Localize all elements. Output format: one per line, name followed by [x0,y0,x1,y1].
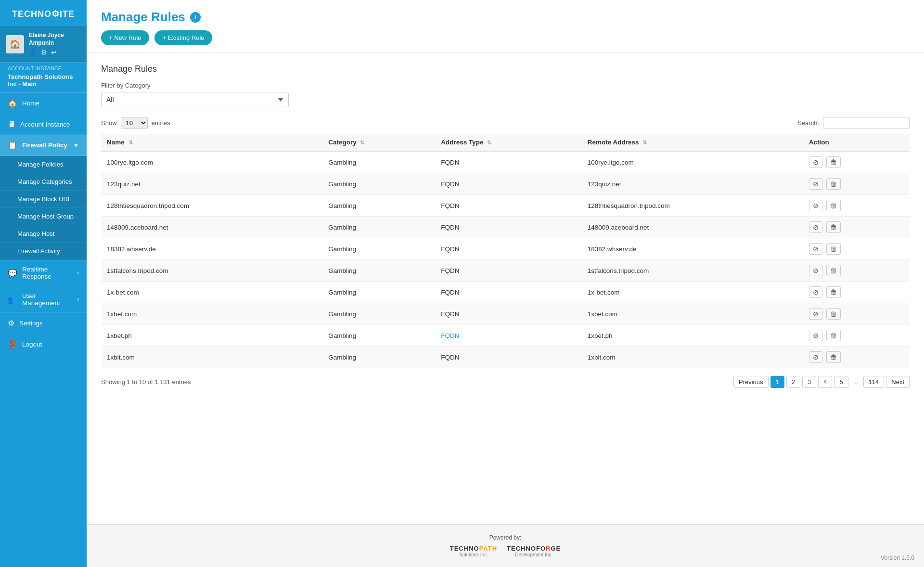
page-btn-2[interactable]: 2 [786,376,800,388]
cell-remote-address: 18382.whserv.de [582,238,803,260]
info-icon[interactable]: i [190,12,201,23]
cell-name: 1stfalcons.tripod.com [101,260,322,282]
sidebar-item-settings-label: Settings [19,320,43,327]
delete-rule-button[interactable]: 🗑 [826,178,841,190]
cell-action: ⊘ 🗑 [803,325,910,347]
delete-rule-button[interactable]: 🗑 [826,351,841,363]
page-btn-1[interactable]: 1 [770,376,784,388]
cell-name: 1xbit.com [101,347,322,368]
prev-button[interactable]: Previous [733,376,769,388]
table-row: 1stfalcons.tripod.com Gambling FQDN 1stf… [101,260,910,282]
sidebar-item-manage-block-url[interactable]: Manage Block URL [0,191,87,208]
sidebar-item-user-management[interactable]: 👥 User Management ‹ [0,286,87,313]
monitor-icon: 🖥 [8,120,15,129]
edit-rule-button[interactable]: ⊘ [809,308,822,320]
cell-action: ⊘ 🗑 [803,303,910,325]
page-btn-3[interactable]: 3 [802,376,816,388]
content-area: Manage Rules Filter by Category All Gamb… [87,52,924,524]
page-btn-114[interactable]: 114 [863,376,885,388]
sidebar-item-manage-host-group[interactable]: Manage Host Group [0,208,87,225]
cell-address-type: FQDN [435,325,581,347]
delete-rule-button[interactable]: 🗑 [826,286,841,298]
page-btn-4[interactable]: 4 [818,376,832,388]
sidebar-item-home-label: Home [22,100,39,107]
home-icon: 🏠 [8,99,17,108]
page-title: Manage Rules i [101,10,910,25]
sidebar-item-realtime-response[interactable]: 💬 Realtime Response ‹ [0,260,87,286]
user-icon[interactable]: 👤 [29,49,37,56]
cell-category: Gambling [322,260,435,282]
sidebar-item-firewall-label: Firewall Policy [22,142,67,149]
table-row: 1xbit.com Gambling FQDN 1xbit.com ⊘ 🗑 [101,347,910,368]
chat-icon: 💬 [8,269,17,278]
page-title-text: Manage Rules [101,10,185,25]
delete-rule-button[interactable]: 🗑 [826,265,841,276]
existing-rule-button[interactable]: + Existing Rule [154,30,212,45]
table-row: 18382.whserv.de Gambling FQDN 18382.whse… [101,238,910,260]
sidebar-item-account-instance[interactable]: 🖥 Account Instance [0,114,87,135]
delete-rule-button[interactable]: 🗑 [826,243,841,255]
sidebar-item-settings[interactable]: ⚙ Settings [0,313,87,334]
sidebar-item-logout[interactable]: 🚪 Logout [0,334,87,355]
cell-action: ⊘ 🗑 [803,238,910,260]
content-title: Manage Rules [101,64,910,74]
cell-remote-address: 128thtiesquadron.tripod.com [582,195,803,217]
sidebar-item-realtime-label: Realtime Response [22,266,72,280]
next-button[interactable]: Next [886,376,910,388]
cell-action: ⊘ 🗑 [803,282,910,303]
edit-rule-button[interactable]: ⊘ [809,265,822,276]
table-row: 1xbet.ph Gambling FQDN 1xbet.ph ⊘ 🗑 [101,325,910,347]
cell-address-type: FQDN [435,195,581,217]
edit-rule-button[interactable]: ⊘ [809,200,822,211]
search-input[interactable] [823,117,910,129]
delete-rule-button[interactable]: 🗑 [826,221,841,233]
edit-rule-button[interactable]: ⊘ [809,178,822,190]
footer-logos: TECHNOPATH Solutions Inc. TECHNOFORGE De… [96,545,914,557]
entries-per-page-select[interactable]: 10 25 50 100 [121,117,148,129]
sidebar-item-firewall-activity[interactable]: Firewall Activity [0,243,87,260]
edit-rule-button[interactable]: ⊘ [809,286,822,298]
delete-rule-button[interactable]: 🗑 [826,200,841,211]
account-instance-label: Account Instance [0,63,87,72]
filter-section: Filter by Category All Gambling Adult So… [101,82,910,107]
cell-name: 100rye.itgo.com [101,151,322,173]
sidebar-item-manage-policies[interactable]: Manage Policies [0,156,87,173]
sidebar-item-users-label: User Management [22,292,72,307]
sidebar-item-manage-host[interactable]: Manage Host [0,225,87,243]
cell-category: Gambling [322,303,435,325]
delete-rule-button[interactable]: 🗑 [826,330,841,341]
page-btn-5[interactable]: 5 [834,376,848,388]
cell-remote-address: 100rye.itgo.com [582,151,803,173]
cell-action: ⊘ 🗑 [803,260,910,282]
cell-action: ⊘ 🗑 [803,195,910,217]
delete-rule-button[interactable]: 🗑 [826,308,841,320]
technoforge-logo-text: TECHNOFORGE [507,545,561,552]
sidebar-item-manage-categories[interactable]: Manage Categories [0,173,87,191]
table-controls: Show 10 25 50 100 entries Search: [101,117,910,129]
action-buttons: + New Rule + Existing Rule [101,30,910,45]
category-filter-select[interactable]: All Gambling Adult Social Media Streamin… [101,92,289,107]
col-category: Category ⇅ [322,134,435,151]
cell-name: 123quiz.net [101,173,322,195]
cell-remote-address: 1xbit.com [582,347,803,368]
new-rule-button[interactable]: + New Rule [101,30,149,45]
sidebar-item-firewall-policy[interactable]: 📋 Firewall Policy ▼ [0,135,87,156]
delete-rule-button[interactable]: 🗑 [826,156,841,168]
sidebar-item-home[interactable]: 🏠 Home [0,93,87,114]
logout-icon[interactable]: ↩ [51,49,57,56]
cell-remote-address: 148009.aceboard.net [582,217,803,238]
cell-category: Gambling [322,173,435,195]
search-box: Search: [797,117,910,129]
col-action: Action [803,134,910,151]
edit-rule-button[interactable]: ⊘ [809,330,822,341]
edit-rule-button[interactable]: ⊘ [809,221,822,233]
cell-address-type: FQDN [435,238,581,260]
clipboard-icon: 📋 [8,141,17,150]
cell-name: 148009.aceboard.net [101,217,322,238]
edit-rule-button[interactable]: ⊘ [809,156,822,168]
edit-rule-button[interactable]: ⊘ [809,243,822,255]
settings-icon[interactable]: ⚙ [41,49,47,56]
cell-name: 1xbet.ph [101,325,322,347]
technoforge-sub: Development Inc. [507,552,561,557]
edit-rule-button[interactable]: ⊘ [809,351,822,363]
